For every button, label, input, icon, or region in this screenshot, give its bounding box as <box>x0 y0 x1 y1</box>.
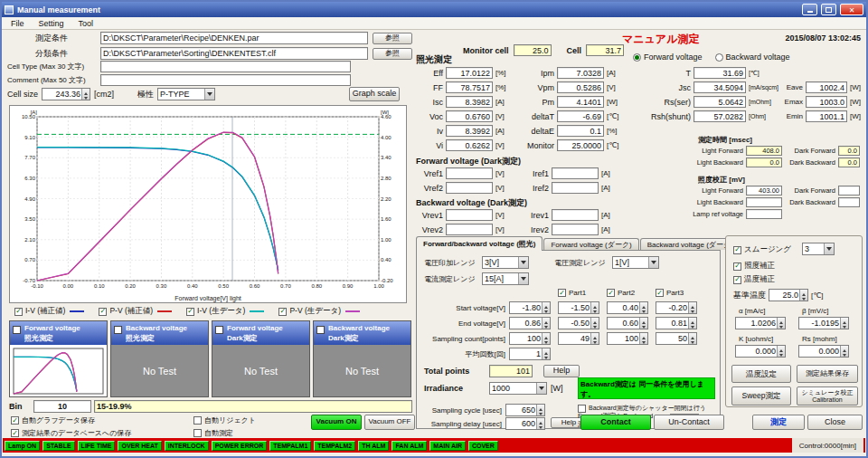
file-path-field[interactable]: D:\DKSCT\Parameter\Sorting\DENKENTEST.cl… <box>100 47 368 60</box>
part1-checkbox[interactable]: Part1 <box>558 289 607 297</box>
spinner-arrows-icon[interactable] <box>777 318 785 329</box>
vacuum-off-button[interactable]: Vacuum OFF <box>364 415 415 430</box>
part2-spinner[interactable]: 0.40 <box>607 301 648 314</box>
spinner-arrows-icon[interactable] <box>536 418 544 429</box>
polarity-dropdown[interactable]: P-TYPE <box>157 88 215 100</box>
tab[interactable]: Forward/backward voltage (照光) <box>416 236 542 251</box>
vacuum-on-button[interactable]: Vacuum ON <box>311 415 362 430</box>
forward-voltage-radio[interactable]: Forward voltage <box>633 52 703 62</box>
browse-button[interactable]: 参照 <box>373 33 412 44</box>
legend-checkbox[interactable]: P-V (生データ) <box>278 306 360 317</box>
close-button[interactable]: Close <box>807 415 863 430</box>
contact-button[interactable]: Contact <box>580 415 651 430</box>
part2-spinner[interactable]: 100 <box>607 332 648 345</box>
maximize-button[interactable] <box>821 4 836 15</box>
option-checkbox[interactable]: 測定結果のデータベースへの保存 <box>11 428 131 438</box>
menu-item[interactable]: Setting <box>32 17 71 29</box>
part2-checkbox[interactable]: Part2 <box>607 289 656 297</box>
sweep-main-spinner[interactable]: 100 <box>509 332 551 345</box>
panel-checkbox[interactable] <box>114 326 122 334</box>
option-checkbox[interactable]: 自動リジェクト <box>193 415 256 425</box>
sweep-main-spinner[interactable]: 0.86 <box>509 317 551 329</box>
dropdown-arrow-icon[interactable] <box>518 273 528 284</box>
temp-setting-button[interactable]: 温度設定 <box>731 365 791 383</box>
spinner-arrows-icon[interactable] <box>688 318 696 329</box>
spinner-arrows-icon[interactable] <box>542 348 550 359</box>
part1-spinner[interactable]: -0.50 <box>558 317 599 329</box>
panel-checkbox[interactable] <box>316 326 325 334</box>
spinner-arrows-icon[interactable] <box>639 333 647 344</box>
smoothing-checkbox[interactable]: スムージング <box>733 244 791 255</box>
result-panel-forward-light[interactable]: Forward voltage 照光測定 <box>9 320 108 397</box>
ref-voltage-field[interactable] <box>446 167 493 179</box>
dropdown-arrow-icon[interactable] <box>518 257 528 268</box>
spinner-arrows-icon[interactable] <box>590 302 599 313</box>
rev-current-field[interactable] <box>552 209 599 221</box>
result-panel-backward-light[interactable]: Backward voltage 照光測定 No Test <box>110 320 209 397</box>
spinner-arrows-icon[interactable] <box>542 318 550 329</box>
option-checkbox[interactable]: 自動測定 <box>193 428 256 438</box>
spinner-arrows-icon[interactable] <box>590 318 599 329</box>
spinner-arrows-icon[interactable] <box>688 333 696 344</box>
vmeas-range-dropdown[interactable]: 1[V] <box>612 256 659 269</box>
rev-voltage-field[interactable] <box>446 224 493 235</box>
comment-input[interactable] <box>100 74 351 86</box>
spinner-arrows-icon[interactable] <box>542 333 550 344</box>
apply-range-dropdown[interactable]: 3[V] <box>482 256 529 269</box>
cell-type-input[interactable] <box>100 61 351 72</box>
file-path-field[interactable]: D:\DKSCT\Parameter\Recipe\DENKEN.par <box>100 32 368 44</box>
legend-checkbox[interactable]: I-V (補正値) <box>14 306 84 317</box>
alpha-spinner[interactable]: 1.0206 <box>735 317 786 329</box>
rev-current-field[interactable] <box>552 224 599 235</box>
smoothing-dropdown[interactable]: 3 <box>802 243 835 255</box>
spinner-arrows-icon[interactable] <box>777 346 785 357</box>
temp-correction-checkbox[interactable]: 温度補正 <box>733 274 775 285</box>
dropdown-arrow-icon[interactable] <box>204 89 214 100</box>
panel-checkbox[interactable] <box>215 326 223 334</box>
part1-spinner[interactable]: -1.50 <box>558 301 599 314</box>
spinner-arrows-icon[interactable] <box>81 89 90 100</box>
browse-button[interactable]: 参照 <box>373 48 412 60</box>
part3-spinner[interactable]: -0.20 <box>656 301 697 314</box>
measure-button[interactable]: 測定 <box>752 415 805 430</box>
part3-spinner[interactable]: 0.81 <box>656 317 697 329</box>
sampling-delay-spinner[interactable]: 600 <box>505 417 545 430</box>
dropdown-arrow-icon[interactable] <box>824 243 834 254</box>
minimize-button[interactable] <box>802 4 817 15</box>
part1-spinner[interactable]: 49 <box>558 332 599 345</box>
ref-temp-spinner[interactable]: 25.0 <box>769 289 808 301</box>
legend-checkbox[interactable]: I-V (生データ) <box>186 306 264 317</box>
legend-checkbox[interactable]: P-V (補正値) <box>99 306 172 317</box>
k-spinner[interactable]: 0.000 <box>735 345 786 358</box>
spinner-arrows-icon[interactable] <box>840 346 848 357</box>
rs-spinner[interactable]: 0.000 <box>798 345 849 358</box>
part3-spinner[interactable]: 50 <box>656 332 697 345</box>
part2-spinner[interactable]: 0.60 <box>607 317 648 329</box>
simulator-calibration-button[interactable]: シミュレータ校正 Calibration <box>797 386 858 406</box>
panel-checkbox[interactable] <box>13 326 21 334</box>
graph-scale-button[interactable]: Graph scale <box>349 87 400 101</box>
help-button[interactable]: Help <box>543 365 580 377</box>
ref-voltage-field[interactable] <box>446 182 493 194</box>
spinner-arrows-icon[interactable] <box>799 290 807 301</box>
ref-current-field[interactable] <box>552 167 599 179</box>
sweep-measure-button[interactable]: Sweep測定 <box>731 386 791 406</box>
spinner-arrows-icon[interactable] <box>542 302 550 313</box>
close-window-button[interactable] <box>840 4 863 15</box>
part3-checkbox[interactable]: Part3 <box>656 289 704 297</box>
rev-voltage-field[interactable] <box>446 209 493 221</box>
dropdown-arrow-icon[interactable] <box>648 257 658 268</box>
ref-current-field[interactable] <box>552 182 599 194</box>
illum-correction-checkbox[interactable]: 照度補正 <box>733 261 775 272</box>
spinner-arrows-icon[interactable] <box>639 302 647 313</box>
spinner-arrows-icon[interactable] <box>639 318 647 329</box>
uncontact-button[interactable]: Un-Contact <box>654 415 724 430</box>
imeas-range-dropdown[interactable]: 15[A] <box>482 272 529 285</box>
backward-voltage-radio[interactable]: Backward voltage <box>715 52 790 62</box>
beta-spinner[interactable]: -1.0195 <box>798 317 849 329</box>
spinner-arrows-icon[interactable] <box>590 333 599 344</box>
tab[interactable]: Forward voltage (ダーク) <box>543 238 638 250</box>
save-result-button[interactable]: 測定結果保存 <box>797 365 858 383</box>
spinner-arrows-icon[interactable] <box>688 302 696 313</box>
sweep-main-spinner[interactable]: -1.80 <box>509 301 551 314</box>
